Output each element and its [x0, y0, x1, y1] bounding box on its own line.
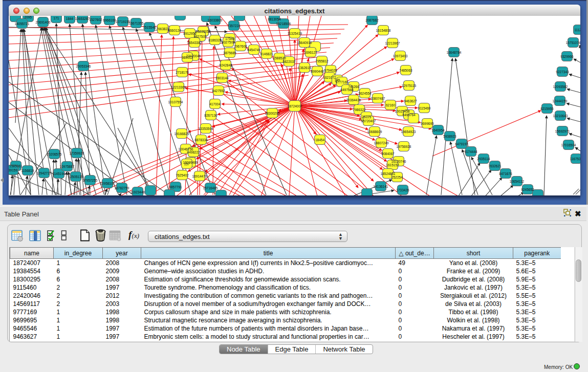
svg-text:2087682: 2087682 — [365, 18, 379, 22]
svg-text:16648784: 16648784 — [447, 51, 462, 54]
svg-text:1640954: 1640954 — [431, 128, 445, 132]
svg-text:252254: 252254 — [391, 176, 403, 179]
svg-text:15720407: 15720407 — [361, 119, 376, 123]
svg-text:13353594: 13353594 — [199, 127, 213, 130]
svg-text:10719155: 10719155 — [116, 20, 130, 24]
svg-text:1844: 1844 — [66, 17, 74, 20]
svg-text:16914479: 16914479 — [192, 174, 207, 178]
svg-text:17546: 17546 — [225, 37, 234, 40]
svg-text:7663822: 7663822 — [156, 27, 169, 31]
svg-text:10973493: 10973493 — [393, 54, 408, 58]
svg-text:12942737: 12942737 — [37, 171, 52, 175]
svg-text:9227343: 9227343 — [556, 70, 569, 74]
svg-text:6479197: 6479197 — [455, 142, 468, 146]
svg-text:10688609: 10688609 — [367, 130, 382, 134]
svg-text:11125: 11125 — [574, 28, 580, 32]
svg-text:8427552: 8427552 — [212, 89, 225, 93]
svg-text:18454: 18454 — [315, 138, 324, 142]
svg-text:10025458: 10025458 — [395, 110, 410, 113]
svg-text:2718176: 2718176 — [176, 71, 189, 74]
svg-text:6794028: 6794028 — [324, 69, 337, 72]
svg-text:9857791: 9857791 — [169, 185, 182, 189]
svg-text:5822037: 5822037 — [282, 60, 296, 63]
svg-text:16033809: 16033809 — [208, 18, 223, 22]
svg-text:7357224: 7357224 — [227, 24, 241, 28]
svg-text:8813054: 8813054 — [268, 17, 281, 21]
svg-text:10654112: 10654112 — [510, 180, 525, 183]
svg-text:18807249: 18807249 — [374, 141, 389, 145]
svg-text:4498222: 4498222 — [187, 150, 200, 154]
svg-text:1588520: 1588520 — [273, 56, 286, 60]
svg-text:18524851: 18524851 — [381, 172, 396, 176]
svg-text:18300295: 18300295 — [265, 112, 280, 115]
svg-text:8215955: 8215955 — [540, 107, 554, 111]
svg-text:20206575: 20206575 — [47, 152, 62, 156]
svg-text:8471676: 8471676 — [499, 172, 512, 176]
svg-text:14055721: 14055721 — [15, 22, 30, 26]
svg-text:8267130: 8267130 — [204, 114, 217, 117]
svg-text:9327508: 9327508 — [222, 40, 235, 44]
svg-text:11325419: 11325419 — [288, 32, 302, 35]
svg-text:1362615: 1362615 — [298, 66, 311, 70]
svg-text:19166825: 19166825 — [175, 132, 189, 136]
svg-text:20691406: 20691406 — [36, 20, 51, 24]
svg-text:9777169: 9777169 — [335, 80, 349, 84]
svg-text:5938923: 5938923 — [443, 135, 456, 138]
svg-text:7986322: 7986322 — [353, 108, 366, 112]
svg-text:12975115: 12975115 — [402, 84, 417, 87]
svg-text:17016504: 17016504 — [561, 143, 576, 147]
svg-text:16782759: 16782759 — [115, 186, 129, 190]
svg-text:157: 157 — [184, 162, 190, 166]
svg-text:25225: 25225 — [362, 115, 371, 119]
svg-text:12505135: 12505135 — [69, 175, 83, 179]
svg-text:62160: 62160 — [386, 103, 395, 107]
svg-text:1733426: 1733426 — [396, 188, 409, 192]
svg-text:15716485: 15716485 — [203, 186, 218, 190]
svg-text:11923448: 11923448 — [130, 190, 145, 194]
svg-text:10975887: 10975887 — [60, 165, 75, 168]
svg-text:9174444: 9174444 — [464, 150, 477, 154]
svg-text:9242848: 9242848 — [219, 63, 232, 67]
svg-text:6966160: 6966160 — [103, 18, 116, 22]
svg-text:3624554: 3624554 — [358, 92, 372, 95]
svg-text:3875685: 3875685 — [223, 51, 236, 55]
svg-text:20364436: 20364436 — [346, 98, 361, 102]
svg-text:10107554: 10107554 — [168, 100, 183, 104]
svg-text:12213967: 12213967 — [385, 41, 400, 45]
svg-text:20053346: 20053346 — [76, 64, 91, 68]
svg-text:9115460: 9115460 — [418, 106, 431, 110]
svg-text:8990448: 8990448 — [311, 70, 324, 73]
svg-text:19654923: 19654923 — [401, 130, 416, 134]
svg-text:1156819: 1156819 — [21, 169, 34, 172]
svg-text:989012: 989012 — [182, 56, 193, 59]
svg-text:9463627: 9463627 — [404, 99, 417, 103]
svg-text:7625402: 7625402 — [176, 173, 189, 177]
svg-text:1696127: 1696127 — [304, 51, 317, 54]
svg-text:9245652: 9245652 — [521, 188, 534, 191]
svg-text:5495764: 5495764 — [402, 113, 416, 117]
svg-text:1585061: 1585061 — [9, 164, 23, 168]
svg-text:7632621: 7632621 — [488, 164, 502, 168]
svg-text:15692971: 15692971 — [555, 129, 570, 133]
svg-text:16154808: 16154808 — [376, 29, 391, 32]
svg-text:10653287: 10653287 — [75, 17, 90, 20]
svg-text:12444159: 12444159 — [553, 99, 568, 103]
svg-text:12093582: 12093582 — [553, 85, 568, 89]
svg-text:8186328: 8186328 — [208, 38, 222, 42]
svg-text:10210643: 10210643 — [553, 114, 568, 118]
svg-text:8454749: 8454749 — [247, 48, 260, 52]
svg-text:1615152: 1615152 — [386, 163, 399, 167]
svg-text:7515546: 7515546 — [143, 26, 156, 29]
svg-text:171: 171 — [54, 16, 59, 20]
svg-text:0699695: 0699695 — [421, 122, 434, 125]
svg-text:19756928: 19756928 — [397, 145, 411, 148]
svg-text:10958107: 10958107 — [100, 182, 115, 185]
svg-text:16120746: 16120746 — [391, 160, 406, 163]
svg-text:9146821: 9146821 — [260, 52, 273, 56]
svg-text:2967608: 2967608 — [234, 45, 247, 48]
svg-text:16543382: 16543382 — [187, 41, 202, 45]
svg-text:19218506: 19218506 — [276, 22, 291, 26]
svg-text:9329966: 9329966 — [560, 55, 574, 58]
svg-text:9084067: 9084067 — [381, 152, 395, 156]
svg-text:7485063: 7485063 — [399, 69, 412, 72]
